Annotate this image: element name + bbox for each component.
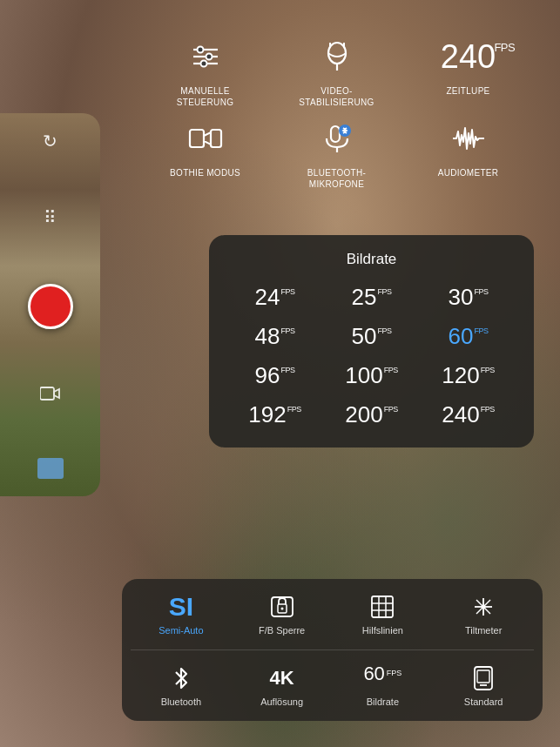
svg-rect-11 — [190, 130, 204, 147]
sliders-icon — [186, 35, 225, 78]
bottom-divider — [131, 649, 534, 650]
bottom-tiltmeter[interactable]: Tiltmeter — [433, 593, 534, 636]
icon-audiometer[interactable]: AUDIOMETER — [402, 117, 534, 190]
top-icons-grid: MANUELLE STEUERUNG VIDEO- STABILISIERUNG… — [131, 26, 543, 199]
fps-grid: 24FPS 25FPS 30FPS 48FPS 50FPS 60FPS 96FP… — [226, 280, 516, 432]
camera-folder-icon[interactable] — [37, 458, 64, 479]
fps-30[interactable]: 30FPS — [420, 280, 516, 314]
fb-lock-label: F/B Sperre — [259, 625, 305, 636]
icon-slowmotion[interactable]: 240 FPS ZEITLUPE — [402, 35, 534, 108]
fps240-number: 240 — [441, 38, 496, 75]
video-stabilization-label: VIDEO- STABILISIERUNG — [299, 85, 374, 108]
bluetooth-mic-icon — [318, 117, 356, 160]
fps-200[interactable]: 200FPS — [323, 398, 420, 432]
standard-icon — [473, 664, 494, 692]
stabilization-icon — [318, 35, 356, 78]
record-button[interactable] — [28, 284, 73, 329]
svg-point-28 — [482, 605, 486, 609]
bluetooth-label: Bluetooth — [161, 697, 201, 707]
icon-bluetooth-mic[interactable]: BLUETOOTH- MIKROFONE — [271, 117, 402, 190]
svg-rect-19 — [372, 596, 393, 617]
framerate-value: 60FPS — [363, 664, 401, 692]
bottom-framerate[interactable]: 60FPS Bildrate — [333, 664, 434, 707]
bothie-icon — [186, 117, 225, 160]
tiltmeter-label: Tiltmeter — [465, 625, 502, 636]
resolution-label: Auflösung — [260, 697, 303, 707]
fps-60[interactable]: 60FPS — [420, 320, 516, 353]
bildrate-panel: Bildrate 24FPS 25FPS 30FPS 48FPS 50FPS 6… — [209, 235, 534, 448]
fps-240[interactable]: 240FPS — [420, 398, 516, 432]
fps240-unit: FPS — [494, 42, 515, 53]
audiometer-label: AUDIOMETER — [438, 167, 499, 178]
fps-48[interactable]: 48FPS — [226, 320, 323, 353]
svg-point-6 — [200, 61, 206, 67]
fps240-icon: 240 FPS — [441, 35, 496, 78]
tiltmeter-icon — [471, 593, 496, 621]
fps-120[interactable]: 120FPS — [420, 359, 516, 393]
bildrate-title: Bildrate — [226, 251, 516, 268]
svg-rect-0 — [40, 387, 54, 400]
semi-auto-label: Semi-Auto — [159, 625, 203, 636]
fps-96[interactable]: 96FPS — [226, 359, 323, 393]
fb-lock-icon — [270, 593, 294, 621]
standard-label: Standard — [464, 697, 503, 707]
fps-192[interactable]: 192FPS — [226, 398, 323, 432]
bluetooth-icon — [172, 664, 191, 692]
waveform-icon — [449, 117, 488, 160]
fps-50[interactable]: 50FPS — [323, 320, 420, 353]
svg-rect-12 — [211, 130, 221, 147]
manual-control-label: MANUELLE STEUERUNG — [177, 85, 233, 108]
fps-100[interactable]: 100FPS — [323, 359, 420, 393]
bottom-semi-auto[interactable]: SI Semi-Auto — [131, 593, 232, 636]
resolution-value: 4K — [270, 664, 294, 692]
svg-point-15 — [339, 124, 351, 137]
bluetooth-mic-label: BLUETOOTH- MIKROFONE — [307, 167, 366, 190]
bottom-guidelines[interactable]: Hilfslinien — [333, 593, 434, 636]
guidelines-icon — [370, 593, 395, 621]
bottom-resolution[interactable]: 4K Auflösung — [232, 664, 333, 707]
icon-manual-control[interactable]: MANUELLE STEUERUNG — [139, 35, 271, 108]
semi-auto-icon: SI — [169, 593, 193, 621]
svg-point-18 — [280, 608, 283, 610]
fps-24[interactable]: 24FPS — [226, 280, 323, 314]
bottom-bluetooth[interactable]: Bluetooth — [131, 664, 232, 707]
camera-overlay: ↻ ⠿ — [0, 113, 100, 496]
bottom-grid: SI Semi-Auto F/B Sperre — [131, 593, 534, 707]
svg-point-5 — [206, 54, 212, 60]
camera-refresh-icon[interactable]: ↻ — [43, 131, 57, 151]
camera-grid-button[interactable]: ⠿ — [44, 207, 57, 228]
bottom-standard[interactable]: Standard — [433, 664, 534, 707]
svg-rect-13 — [331, 126, 340, 142]
camera-mode-icon[interactable] — [40, 385, 61, 402]
fps-25[interactable]: 25FPS — [323, 280, 420, 314]
svg-point-4 — [197, 47, 203, 53]
icon-video-stabilization[interactable]: VIDEO- STABILISIERUNG — [271, 35, 402, 108]
framerate-label: Bildrate — [367, 697, 399, 707]
slowmotion-label: ZEITLUPE — [446, 85, 489, 97]
svg-rect-30 — [477, 670, 489, 683]
bottom-panel: SI Semi-Auto F/B Sperre — [122, 579, 543, 721]
bottom-fb-lock[interactable]: F/B Sperre — [232, 593, 333, 636]
guidelines-label: Hilfslinien — [362, 625, 403, 636]
icon-bothie[interactable]: BOTHIE MODUS — [139, 117, 271, 190]
bothie-label: BOTHIE MODUS — [170, 167, 240, 178]
